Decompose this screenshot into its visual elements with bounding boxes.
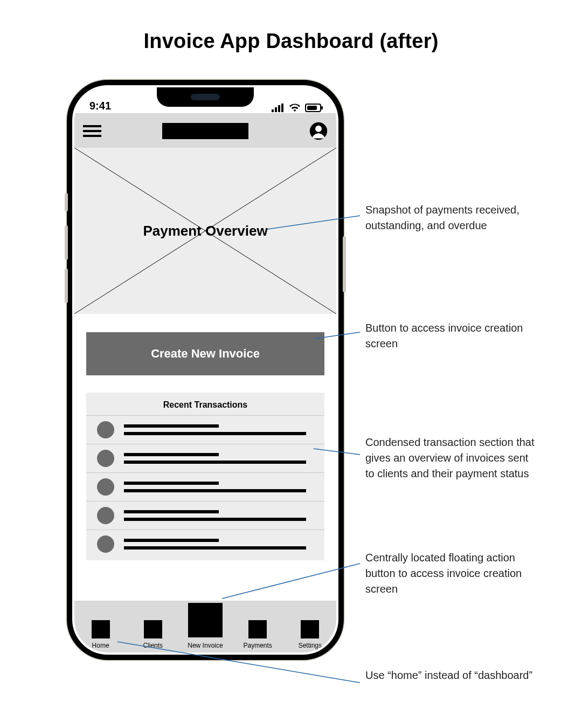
phone-notch — [157, 87, 254, 107]
transaction-avatar — [97, 478, 114, 496]
nav-item-settings[interactable]: Settings — [291, 620, 329, 649]
annotation: Use “home” instead of “dashboard” — [365, 668, 538, 683]
page-title: Invoice App Dashboard (after) — [0, 0, 582, 53]
bottom-nav: HomeClientsNew InvoicePaymentsSettings — [74, 601, 336, 653]
nav-label: Settings — [291, 642, 329, 649]
annotation: Centrally located floating action button… — [365, 550, 538, 597]
transaction-text — [124, 424, 314, 435]
transaction-avatar — [97, 535, 114, 553]
transaction-text — [124, 510, 314, 521]
payment-overview-title: Payment Overview — [143, 223, 267, 239]
phone-side-button — [343, 236, 346, 292]
nav-icon — [144, 620, 162, 638]
nav-label: Clients — [134, 642, 172, 649]
nav-label: Home — [82, 642, 120, 649]
phone-side-button — [65, 269, 68, 303]
phone-side-button — [65, 193, 68, 211]
nav-icon — [301, 620, 319, 638]
transaction-row[interactable] — [86, 472, 324, 501]
nav-item-clients[interactable]: Clients — [134, 620, 172, 649]
battery-icon — [305, 104, 321, 112]
recent-transactions-title: Recent Transactions — [86, 400, 324, 410]
transaction-row[interactable] — [86, 444, 324, 472]
transaction-avatar — [97, 507, 114, 524]
nav-item-new-invoice[interactable]: New Invoice — [186, 603, 224, 649]
annotation: Condensed transaction section that gives… — [365, 435, 538, 482]
app-title-placeholder — [162, 123, 248, 139]
fab-icon — [188, 603, 223, 637]
annotation: Button to access invoice creation screen — [365, 320, 538, 352]
nav-icon — [248, 620, 267, 638]
status-time: 9:41 — [89, 100, 111, 112]
nav-label: New Invoice — [186, 642, 224, 649]
recent-transactions: Recent Transactions — [86, 393, 324, 560]
payment-overview-card[interactable]: Payment Overview — [74, 148, 336, 314]
phone-screen: 9:41 Payment Overview — [74, 87, 336, 653]
profile-icon[interactable] — [309, 122, 328, 140]
svg-point-1 — [315, 125, 322, 132]
phone-side-button — [65, 225, 68, 260]
wifi-icon — [289, 104, 301, 112]
transaction-row[interactable] — [86, 415, 324, 444]
create-invoice-button[interactable]: Create New Invoice — [86, 332, 324, 375]
transaction-row[interactable] — [86, 501, 324, 530]
transaction-avatar — [97, 421, 114, 438]
nav-item-payments[interactable]: Payments — [239, 620, 276, 649]
transaction-text — [124, 453, 314, 464]
menu-icon[interactable] — [83, 125, 101, 137]
transaction-text — [124, 539, 314, 550]
transaction-row[interactable] — [86, 530, 324, 558]
phone-frame: 9:41 Payment Overview — [67, 80, 344, 660]
nav-icon — [92, 620, 110, 638]
nav-label: Payments — [239, 642, 276, 649]
signal-icon — [272, 104, 285, 112]
status-right — [272, 104, 321, 112]
transaction-text — [124, 482, 314, 492]
app-bar — [74, 113, 336, 148]
transaction-avatar — [97, 450, 114, 467]
annotation: Snapshot of payments received, outstandi… — [365, 202, 538, 233]
nav-item-home[interactable]: Home — [82, 620, 120, 649]
